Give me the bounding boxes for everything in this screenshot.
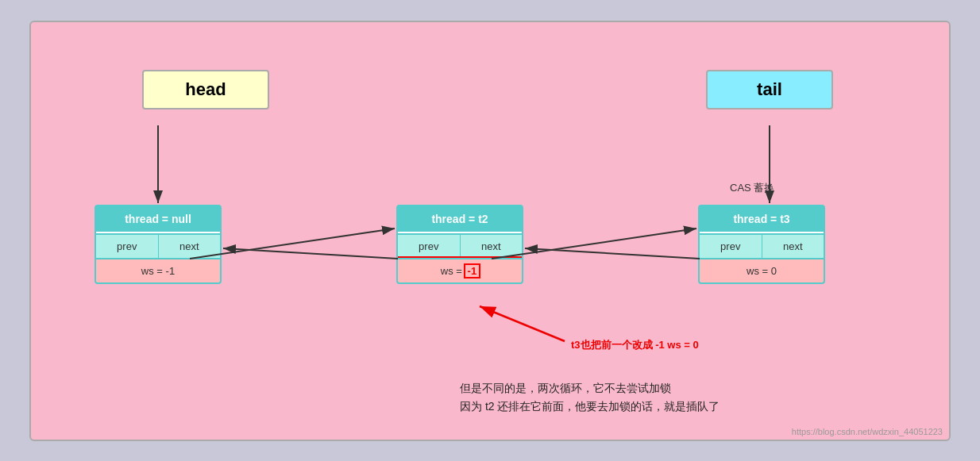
annotation-line2: 因为 t2 还排在它前面，他要去加锁的话，就是插队了	[460, 398, 720, 417]
head-label-text: head	[185, 79, 226, 99]
tail-label-text: tail	[757, 79, 782, 99]
node1-title: thread = null	[96, 206, 220, 233]
node2-prev: prev	[398, 235, 461, 258]
svg-line-5	[223, 248, 398, 259]
node3-next: next	[762, 235, 824, 258]
node1-next: next	[159, 235, 221, 258]
node3-ws: ws = 0	[700, 258, 824, 282]
node2-title: thread = t2	[398, 206, 522, 233]
node2-next: next	[461, 235, 523, 258]
svg-line-8	[480, 306, 565, 341]
node3-prev: prev	[700, 235, 762, 258]
annotation-line1: 但是不同的是，两次循环，它不去尝试加锁	[460, 379, 720, 398]
node2-ws: ws = -1	[398, 258, 522, 282]
node1-prevnext-row: prev next	[96, 233, 220, 258]
node3: thread = t3 prev next ws = 0	[698, 205, 825, 284]
tail-label-box: tail	[706, 70, 833, 109]
node1-ws: ws = -1	[96, 258, 220, 282]
node2-ws-value: -1	[465, 265, 480, 277]
main-diagram: head tail CAS 蓄换 thread = null prev next…	[29, 21, 951, 441]
node1-prev: prev	[96, 235, 159, 258]
cas-label: CAS 蓄换	[730, 181, 774, 195]
annotation-bottom: 但是不同的是，两次循环，它不去尝试加锁 因为 t2 还排在它前面，他要去加锁的话…	[460, 379, 720, 417]
node1: thread = null prev next ws = -1	[95, 205, 222, 284]
node2-prevnext-row: prev next	[398, 233, 522, 258]
node3-prevnext-row: prev next	[700, 233, 824, 258]
head-label-box: head	[142, 70, 269, 109]
watermark: https://blog.csdn.net/wdzxin_44051223	[792, 427, 943, 436]
node2: thread = t2 prev next ws = -1	[396, 205, 523, 284]
annotation-t3: t3也把前一个改成 -1 ws = 0	[571, 338, 699, 352]
node3-title: thread = t3	[700, 206, 824, 233]
svg-line-7	[525, 248, 700, 259]
